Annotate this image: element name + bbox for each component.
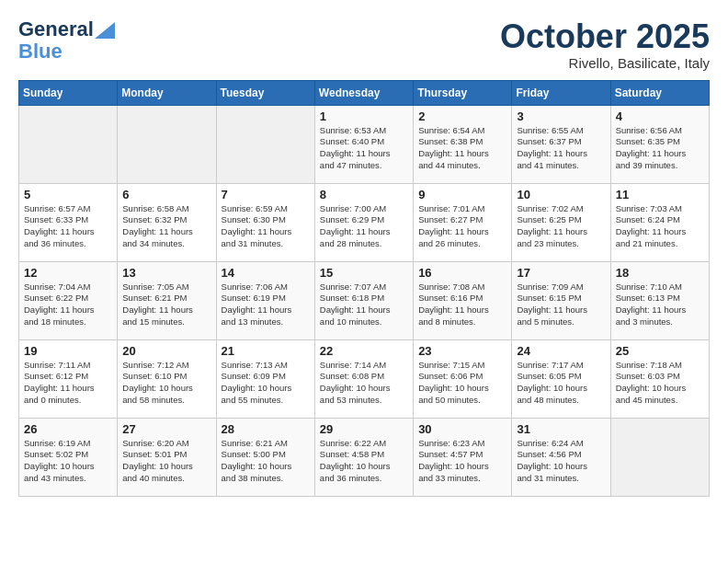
- day-info: Sunrise: 7:12 AM Sunset: 6:10 PM Dayligh…: [122, 360, 210, 407]
- header: General Blue October 2025 Rivello, Basil…: [18, 18, 710, 71]
- svg-marker-0: [95, 22, 115, 39]
- calendar-subtitle: Rivello, Basilicate, Italy: [500, 55, 710, 71]
- day-number: 18: [616, 266, 704, 280]
- day-info: Sunrise: 7:00 AM Sunset: 6:29 PM Dayligh…: [320, 203, 408, 250]
- week-row-3: 19Sunrise: 7:11 AM Sunset: 6:12 PM Dayli…: [19, 339, 710, 418]
- logo-text: General: [18, 18, 115, 40]
- day-cell: 15Sunrise: 7:07 AM Sunset: 6:18 PM Dayli…: [314, 261, 413, 339]
- day-cell: 12Sunrise: 7:04 AM Sunset: 6:22 PM Dayli…: [19, 261, 118, 339]
- day-number: 30: [418, 422, 506, 436]
- day-info: Sunrise: 7:18 AM Sunset: 6:03 PM Dayligh…: [616, 360, 704, 407]
- logo: General Blue: [18, 18, 115, 63]
- day-cell: 1Sunrise: 6:53 AM Sunset: 6:40 PM Daylig…: [314, 105, 413, 183]
- day-number: 28: [222, 422, 310, 436]
- day-number: 2: [418, 109, 506, 123]
- day-info: Sunrise: 6:22 AM Sunset: 4:58 PM Dayligh…: [320, 438, 408, 485]
- day-info: Sunrise: 6:23 AM Sunset: 4:57 PM Dayligh…: [418, 438, 506, 485]
- day-info: Sunrise: 6:54 AM Sunset: 6:38 PM Dayligh…: [418, 125, 506, 172]
- day-cell: 20Sunrise: 7:12 AM Sunset: 6:10 PM Dayli…: [118, 339, 216, 418]
- day-cell: 21Sunrise: 7:13 AM Sunset: 6:09 PM Dayli…: [216, 339, 314, 418]
- day-info: Sunrise: 6:20 AM Sunset: 5:01 PM Dayligh…: [122, 438, 210, 485]
- day-cell: [216, 105, 314, 183]
- day-cell: 26Sunrise: 6:19 AM Sunset: 5:02 PM Dayli…: [19, 418, 118, 496]
- day-cell: 14Sunrise: 7:06 AM Sunset: 6:19 PM Dayli…: [216, 261, 314, 339]
- day-number: 26: [24, 422, 112, 436]
- logo-line2: Blue: [18, 40, 115, 63]
- logo-icon: [95, 22, 115, 39]
- day-number: 10: [517, 188, 605, 201]
- day-info: Sunrise: 7:14 AM Sunset: 6:08 PM Dayligh…: [320, 360, 408, 407]
- day-number: 4: [616, 109, 704, 123]
- day-number: 27: [122, 422, 210, 436]
- day-info: Sunrise: 7:10 AM Sunset: 6:13 PM Dayligh…: [616, 282, 704, 328]
- day-cell: 8Sunrise: 7:00 AM Sunset: 6:29 PM Daylig…: [314, 183, 413, 261]
- day-cell: 22Sunrise: 7:14 AM Sunset: 6:08 PM Dayli…: [314, 339, 413, 418]
- day-info: Sunrise: 7:05 AM Sunset: 6:21 PM Dayligh…: [122, 282, 210, 328]
- day-cell: [118, 105, 216, 183]
- day-cell: 25Sunrise: 7:18 AM Sunset: 6:03 PM Dayli…: [610, 339, 709, 418]
- day-number: 23: [418, 344, 506, 358]
- day-info: Sunrise: 7:15 AM Sunset: 6:06 PM Dayligh…: [418, 360, 506, 407]
- day-info: Sunrise: 7:04 AM Sunset: 6:22 PM Dayligh…: [24, 282, 112, 328]
- day-number: 11: [616, 188, 704, 201]
- day-cell: 17Sunrise: 7:09 AM Sunset: 6:15 PM Dayli…: [512, 261, 610, 339]
- day-number: 17: [517, 266, 605, 280]
- weekday-header-thursday: Thursday: [414, 80, 512, 105]
- weekday-header-monday: Monday: [118, 80, 216, 105]
- day-info: Sunrise: 6:19 AM Sunset: 5:02 PM Dayligh…: [24, 438, 112, 485]
- day-number: 9: [418, 188, 506, 201]
- weekday-header-saturday: Saturday: [610, 80, 709, 105]
- day-info: Sunrise: 6:59 AM Sunset: 6:30 PM Dayligh…: [222, 203, 310, 250]
- day-info: Sunrise: 7:09 AM Sunset: 6:15 PM Dayligh…: [517, 282, 605, 328]
- day-cell: 10Sunrise: 7:02 AM Sunset: 6:25 PM Dayli…: [512, 183, 610, 261]
- weekday-header-tuesday: Tuesday: [216, 80, 314, 105]
- day-info: Sunrise: 7:11 AM Sunset: 6:12 PM Dayligh…: [24, 360, 112, 407]
- day-cell: 23Sunrise: 7:15 AM Sunset: 6:06 PM Dayli…: [414, 339, 512, 418]
- day-number: 16: [418, 266, 506, 280]
- day-cell: 2Sunrise: 6:54 AM Sunset: 6:38 PM Daylig…: [414, 105, 512, 183]
- day-info: Sunrise: 6:56 AM Sunset: 6:35 PM Dayligh…: [616, 125, 704, 172]
- day-info: Sunrise: 6:21 AM Sunset: 5:00 PM Dayligh…: [222, 438, 310, 485]
- day-number: 1: [320, 109, 408, 123]
- day-info: Sunrise: 6:24 AM Sunset: 4:56 PM Dayligh…: [517, 438, 605, 485]
- day-cell: 16Sunrise: 7:08 AM Sunset: 6:16 PM Dayli…: [414, 261, 512, 339]
- day-number: 15: [320, 266, 408, 280]
- day-cell: 9Sunrise: 7:01 AM Sunset: 6:27 PM Daylig…: [414, 183, 512, 261]
- day-cell: 18Sunrise: 7:10 AM Sunset: 6:13 PM Dayli…: [610, 261, 709, 339]
- day-number: 24: [517, 344, 605, 358]
- weekday-header-wednesday: Wednesday: [314, 80, 413, 105]
- day-cell: 13Sunrise: 7:05 AM Sunset: 6:21 PM Dayli…: [118, 261, 216, 339]
- day-number: 8: [320, 188, 408, 201]
- day-info: Sunrise: 7:02 AM Sunset: 6:25 PM Dayligh…: [517, 203, 605, 250]
- calendar-table: SundayMondayTuesdayWednesdayThursdayFrid…: [18, 80, 710, 497]
- weekday-header-row: SundayMondayTuesdayWednesdayThursdayFrid…: [19, 80, 710, 105]
- day-info: Sunrise: 7:17 AM Sunset: 6:05 PM Dayligh…: [517, 360, 605, 407]
- day-cell: 3Sunrise: 6:55 AM Sunset: 6:37 PM Daylig…: [512, 105, 610, 183]
- day-info: Sunrise: 6:57 AM Sunset: 6:33 PM Dayligh…: [24, 203, 112, 250]
- day-cell: 4Sunrise: 6:56 AM Sunset: 6:35 PM Daylig…: [610, 105, 709, 183]
- day-number: 13: [122, 266, 210, 280]
- day-cell: 31Sunrise: 6:24 AM Sunset: 4:56 PM Dayli…: [512, 418, 610, 496]
- day-cell: 27Sunrise: 6:20 AM Sunset: 5:01 PM Dayli…: [118, 418, 216, 496]
- day-cell: 6Sunrise: 6:58 AM Sunset: 6:32 PM Daylig…: [118, 183, 216, 261]
- day-number: 19: [24, 344, 112, 358]
- day-number: 3: [517, 109, 605, 123]
- calendar-title: October 2025: [500, 18, 710, 55]
- week-row-1: 5Sunrise: 6:57 AM Sunset: 6:33 PM Daylig…: [19, 183, 710, 261]
- day-info: Sunrise: 6:53 AM Sunset: 6:40 PM Dayligh…: [320, 125, 408, 172]
- day-number: 5: [24, 188, 112, 201]
- title-block: October 2025 Rivello, Basilicate, Italy: [500, 18, 710, 71]
- day-info: Sunrise: 7:07 AM Sunset: 6:18 PM Dayligh…: [320, 282, 408, 328]
- day-info: Sunrise: 7:06 AM Sunset: 6:19 PM Dayligh…: [222, 282, 310, 328]
- day-cell: 28Sunrise: 6:21 AM Sunset: 5:00 PM Dayli…: [216, 418, 314, 496]
- day-info: Sunrise: 7:03 AM Sunset: 6:24 PM Dayligh…: [616, 203, 704, 250]
- weekday-header-friday: Friday: [512, 80, 610, 105]
- day-number: 14: [222, 266, 310, 280]
- day-number: 22: [320, 344, 408, 358]
- day-info: Sunrise: 7:01 AM Sunset: 6:27 PM Dayligh…: [418, 203, 506, 250]
- day-cell: 24Sunrise: 7:17 AM Sunset: 6:05 PM Dayli…: [512, 339, 610, 418]
- week-row-2: 12Sunrise: 7:04 AM Sunset: 6:22 PM Dayli…: [19, 261, 710, 339]
- day-info: Sunrise: 6:58 AM Sunset: 6:32 PM Dayligh…: [122, 203, 210, 250]
- week-row-4: 26Sunrise: 6:19 AM Sunset: 5:02 PM Dayli…: [19, 418, 710, 496]
- day-number: 6: [122, 188, 210, 201]
